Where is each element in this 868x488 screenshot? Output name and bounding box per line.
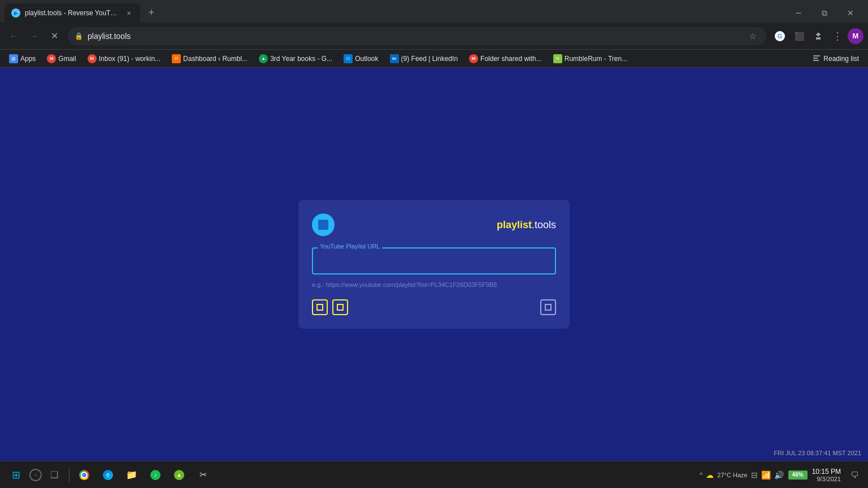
svg-rect-2 [813, 60, 819, 61]
footer-left-buttons [312, 299, 348, 315]
day-label: FRI JUL 23 08:37:41 MST 2021 [774, 450, 861, 456]
cortana-button[interactable]: ○ [29, 469, 42, 481]
taskview-button[interactable]: ❏ [43, 464, 66, 486]
chrome-icon [79, 470, 89, 480]
extensions-button[interactable] [809, 27, 827, 45]
tab-favicon: ▶ [11, 8, 20, 18]
bookmark-outlook[interactable]: O Outlook [339, 53, 383, 64]
brand-name: playlist.tools [497, 219, 556, 231]
url-text: playlist.tools [88, 32, 741, 41]
tab-bar: ▶ playlist.tools - Reverse YouTube ✕ + −… [0, 0, 868, 23]
weather-text: 27°C Haze [717, 472, 747, 478]
url-input[interactable] [312, 247, 556, 274]
left-button-1[interactable] [312, 299, 328, 315]
square-icon-1 [316, 304, 323, 311]
bookmark-linkedin-label: (9) Feed | LinkedIn [401, 55, 458, 63]
bookmark-linkedin[interactable]: in (9) Feed | LinkedIn [385, 53, 463, 64]
address-bar-actions: ☆ [746, 29, 760, 43]
active-tab[interactable]: ▶ playlist.tools - Reverse YouTube ✕ [5, 3, 140, 23]
spotify-taskbar-item[interactable]: ♪ [144, 464, 167, 486]
profile-button[interactable]: M [848, 28, 863, 44]
toolbar-actions: G ⬛ ⋮ M [771, 27, 863, 45]
network-icon: ⊟ [751, 470, 758, 480]
tab-close-button[interactable]: ✕ [124, 8, 133, 18]
new-tab-button[interactable]: + [144, 5, 159, 20]
linkedin-icon: in [390, 54, 399, 63]
menu-button[interactable]: ⋮ [828, 27, 847, 45]
forward-button[interactable]: → [25, 27, 43, 45]
bookmark-books-label: 3rd Year books - G... [270, 55, 332, 63]
dashboard-icon: R [172, 54, 181, 63]
battery-indicator: 46% [788, 470, 808, 480]
tray-icons: ^ ☁ 27°C Haze ⊟ 📶 🔊 [700, 470, 784, 480]
google-account-button[interactable]: G [771, 27, 789, 45]
notification-button[interactable]: 🗨 [845, 466, 863, 484]
torrent-icon: ▲ [174, 470, 184, 480]
left-button-2[interactable] [332, 299, 348, 315]
square-icon-2 [337, 304, 344, 311]
bookmark-folder-label: Folder shared with... [480, 55, 542, 63]
example-text: e.g.: https://www.youtube.com/playlist?l… [312, 281, 556, 288]
tab-title: playlist.tools - Reverse YouTube [25, 9, 120, 17]
main-card: playlist.tools YouTube Playlist URL e.g.… [298, 200, 570, 329]
reload-button[interactable]: ✕ [45, 27, 63, 45]
bookmark-rumble-label: RumbleRum - Tren... [565, 55, 627, 63]
minimize-button[interactable]: − [785, 3, 811, 23]
bookmark-gmail[interactable]: M Gmail [42, 53, 80, 64]
bookmarks-bar: ⊞ Apps M Gmail M Inbox (91) - workin... … [0, 50, 868, 68]
brand-playlist: playlist [497, 219, 532, 230]
app-taskbar-item[interactable]: ✂ [192, 464, 214, 486]
torrent-taskbar-item[interactable]: ▲ [168, 464, 190, 486]
bookmark-outlook-label: Outlook [355, 55, 378, 63]
browser-content: playlist.tools YouTube Playlist URL e.g.… [0, 68, 868, 461]
reading-list-label: Reading list [823, 55, 859, 63]
system-tray: ^ ☁ 27°C Haze ⊟ 📶 🔊 46% 10:15 PM 9/3/202… [700, 466, 863, 484]
bookmark-apps-label: Apps [20, 55, 36, 63]
files-icon: 📁 [127, 470, 137, 480]
restore-button[interactable]: ⧉ [811, 3, 837, 23]
windows-icon: ⊞ [12, 469, 20, 481]
chrome-taskbar-item[interactable] [73, 464, 96, 486]
bookmark-inbox[interactable]: M Inbox (91) - workin... [83, 53, 165, 64]
bookmark-books[interactable]: ▲ 3rd Year books - G... [254, 53, 337, 64]
right-button[interactable] [540, 299, 556, 315]
apps-icon: ⊞ [9, 54, 18, 63]
address-bar[interactable]: 🔒 playlist.tools ☆ [68, 27, 766, 45]
inbox-icon: M [88, 54, 97, 63]
logo-inner [318, 220, 328, 230]
tray-arrow[interactable]: ^ [700, 471, 703, 479]
reading-list-icon [812, 54, 821, 63]
bookmark-dashboard[interactable]: R Dashboard ‹ Rumbl... [167, 53, 252, 64]
taskbar-separator [69, 468, 70, 482]
card-footer [312, 299, 556, 315]
edge-icon: e [103, 470, 113, 480]
brand-tools: .tools [532, 219, 556, 230]
spotify-icon: ♪ [150, 470, 160, 480]
taskbar-items: ○ ❏ e 📁 ♪ ▲ ✂ [29, 464, 214, 486]
bookmark-rumble[interactable]: R RumbleRum - Tren... [549, 53, 632, 64]
start-button[interactable]: ⊞ [5, 464, 27, 486]
volume-icon: 🔊 [774, 470, 784, 480]
reading-list-button[interactable]: Reading list [808, 53, 863, 64]
files-taskbar-item[interactable]: 📁 [120, 464, 143, 486]
outlook-icon: O [344, 54, 353, 63]
bookmark-folder[interactable]: M Folder shared with... [465, 53, 546, 64]
clock: 10:15 PM 9/3/2021 [812, 468, 841, 482]
extension-button-1[interactable]: ⬛ [790, 27, 808, 45]
url-input-group: YouTube Playlist URL [312, 247, 556, 274]
back-button[interactable]: ← [5, 27, 23, 45]
bookmark-apps[interactable]: ⊞ Apps [5, 53, 40, 64]
edge-taskbar-item[interactable]: e [97, 464, 119, 486]
svg-rect-0 [813, 55, 820, 56]
wifi-icon: 📶 [761, 470, 771, 480]
clock-time: 10:15 PM [812, 468, 841, 476]
close-button[interactable]: ✕ [837, 3, 863, 23]
g-icon: G [775, 31, 785, 41]
bookmark-dashboard-label: Dashboard ‹ Rumbl... [183, 55, 248, 63]
weather-icon: ☁ [706, 470, 714, 480]
bookmark-gmail-label: Gmail [58, 55, 76, 63]
taskbar: ⊞ ○ ❏ e 📁 ♪ ▲ [0, 461, 868, 488]
content-timestamp: FRI JUL 23 08:37:41 MST 2021 [774, 450, 861, 456]
star-icon[interactable]: ☆ [746, 29, 760, 43]
logo-icon [312, 213, 335, 236]
